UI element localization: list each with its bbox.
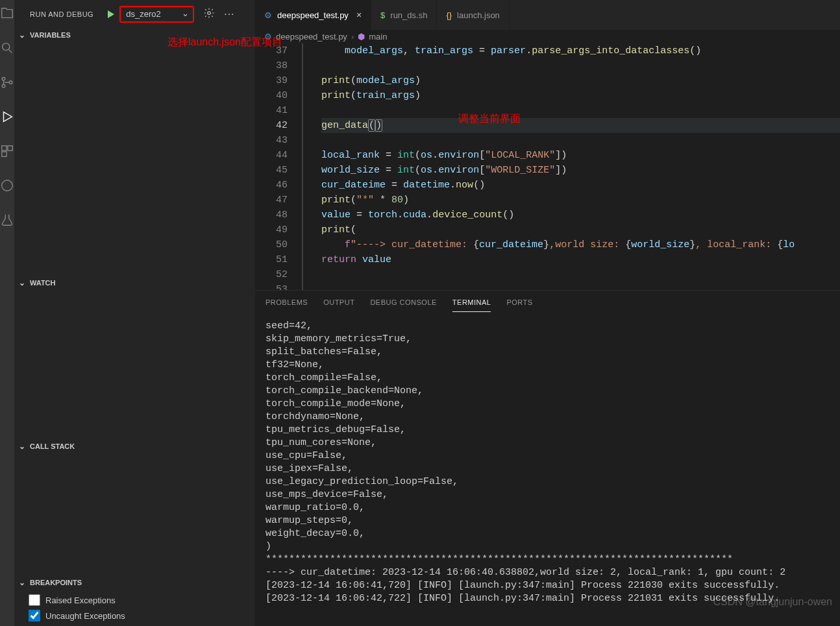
source-control-icon[interactable]: [0, 75, 14, 91]
chevron-down-icon: ⌄: [17, 578, 27, 587]
tab-launch-json[interactable]: {} launch.json: [437, 0, 509, 30]
symbol-icon: ⬢: [358, 32, 365, 42]
config-selected-label: ds_zero2: [126, 9, 160, 19]
panel-tab-problems[interactable]: PROBLEMS: [266, 296, 308, 312]
more-actions-icon[interactable]: ···: [224, 8, 234, 20]
tab-label: deepspeed_test.py: [277, 10, 349, 20]
extensions-icon[interactable]: [0, 144, 14, 160]
launch-config-select[interactable]: ds_zero2: [119, 6, 194, 23]
bottom-panel: PROBLEMS OUTPUT DEBUG CONSOLE TERMINAL P…: [255, 290, 840, 626]
tab-deepspeed-test[interactable]: ⚙ deepspeed_test.py ×: [255, 0, 371, 30]
close-icon[interactable]: ×: [356, 10, 362, 20]
tab-label: launch.json: [457, 10, 500, 20]
search-icon[interactable]: [0, 41, 14, 57]
test-icon[interactable]: [0, 213, 14, 229]
breakpoint-checkbox-uncaught[interactable]: [29, 610, 40, 621]
svg-point-3: [2, 84, 5, 88]
svg-point-0: [3, 43, 10, 51]
breakpoint-checkbox-raised[interactable]: [29, 594, 40, 606]
breadcrumb-symbol: main: [369, 32, 387, 42]
debug-sidebar: RUN AND DEBUG ds_zero2 ··· ⌄ VARIABLES ⌄…: [14, 0, 255, 626]
red-annotation-config: 选择launch.json配置项目: [167, 36, 282, 49]
code-editor[interactable]: 3738394041424344454647484950515253 model…: [255, 43, 840, 290]
breakpoint-item: Raised Exceptions: [29, 592, 255, 608]
watch-label: WATCH: [30, 279, 56, 287]
shell-icon: $: [380, 10, 385, 20]
terminal-output[interactable]: seed=42, skip_memory_metrics=True, split…: [255, 312, 840, 626]
breadcrumb-sep: ›: [351, 32, 354, 42]
callstack-section-header[interactable]: ⌄ CALL STACK: [14, 439, 255, 453]
panel-tab-debug-console[interactable]: DEBUG CONSOLE: [370, 296, 436, 312]
chevron-down-icon: ⌄: [17, 278, 27, 287]
remote-icon[interactable]: [0, 178, 14, 195]
svg-point-4: [9, 81, 12, 84]
callstack-body: [14, 453, 255, 575]
breadcrumb-file: deepspeed_test.py: [276, 32, 347, 42]
chevron-down-icon: ⌄: [17, 30, 27, 40]
sidebar-title: RUN AND DEBUG: [30, 10, 93, 18]
tab-run-ds[interactable]: $ run_ds.sh: [371, 0, 437, 30]
red-annotation-ui: 调整当前界面: [458, 112, 521, 126]
activity-bar: [0, 0, 14, 626]
watch-section-header[interactable]: ⌄ WATCH: [14, 276, 255, 290]
json-icon: {}: [446, 10, 452, 20]
editor-group: ⚙ deepspeed_test.py × $ run_ds.sh {} lau…: [255, 0, 840, 626]
svg-rect-6: [8, 146, 12, 150]
svg-point-2: [2, 77, 5, 80]
variables-label: VARIABLES: [30, 31, 71, 39]
svg-point-8: [2, 180, 13, 191]
panel-tabs: PROBLEMS OUTPUT DEBUG CONSOLE TERMINAL P…: [255, 291, 840, 312]
panel-tab-ports[interactable]: PORTS: [506, 296, 532, 312]
breakpoints-body: Raised Exceptions Uncaught Exceptions: [14, 590, 255, 626]
explorer-icon[interactable]: [0, 6, 14, 23]
panel-tab-output[interactable]: OUTPUT: [323, 296, 354, 312]
python-icon: ⚙: [264, 10, 272, 20]
code-content: model_args, train_args = parser.parse_ar…: [321, 43, 840, 290]
editor-tabs: ⚙ deepspeed_test.py × $ run_ds.sh {} lau…: [255, 0, 840, 30]
sidebar-header: RUN AND DEBUG ds_zero2 ···: [14, 0, 255, 28]
line-gutter: 3738394041424344454647484950515253: [255, 43, 302, 290]
gear-icon[interactable]: [203, 7, 215, 21]
watermark: CSDN @tangjunjun-owen: [713, 596, 832, 608]
indent-guide: [302, 43, 303, 290]
breakpoint-label: Raised Exceptions: [45, 596, 116, 605]
breadcrumb[interactable]: ⚙ deepspeed_test.py › ⬢ main: [255, 30, 840, 43]
start-debug-button[interactable]: [105, 9, 116, 19]
svg-point-9: [208, 12, 211, 15]
variables-body: [14, 42, 255, 276]
watch-body: [14, 290, 255, 439]
svg-line-1: [9, 50, 12, 53]
callstack-label: CALL STACK: [30, 442, 75, 450]
breakpoint-item: Uncaught Exceptions: [29, 608, 255, 623]
panel-tab-terminal[interactable]: TERMINAL: [452, 296, 491, 312]
chevron-down-icon: ⌄: [17, 442, 27, 451]
svg-rect-7: [2, 152, 6, 156]
run-debug-icon[interactable]: [0, 110, 14, 126]
tab-label: run_ds.sh: [390, 10, 427, 20]
svg-rect-5: [2, 146, 6, 150]
breakpoint-label: Uncaught Exceptions: [45, 611, 125, 621]
breakpoints-section-header[interactable]: ⌄ BREAKPOINTS: [14, 575, 255, 590]
breakpoints-label: BREAKPOINTS: [30, 579, 82, 586]
